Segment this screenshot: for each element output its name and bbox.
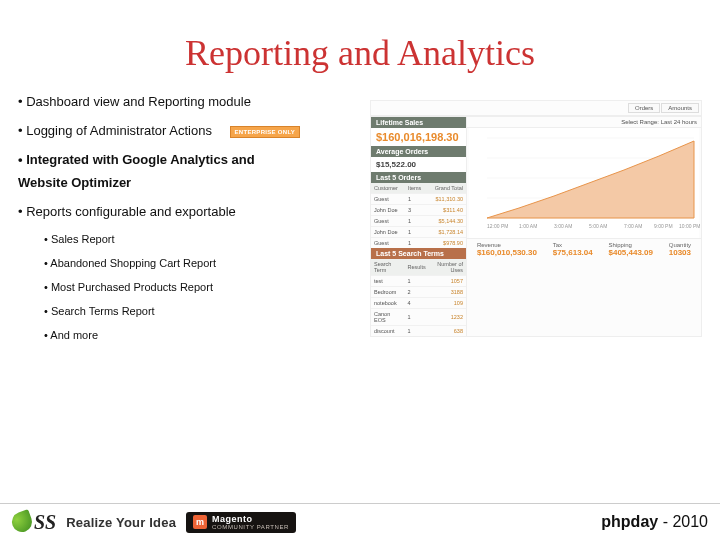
- table-row: Guest1$5,144.30: [371, 216, 466, 227]
- svg-text:3:00 AM: 3:00 AM: [554, 223, 572, 229]
- magento-icon: m: [193, 515, 207, 529]
- slide-footer: SS Realize Your Idea m Magento COMMUNITY…: [0, 503, 720, 540]
- table-row: Guest1$11,310.30: [371, 194, 466, 205]
- sub-text: Abandoned Shopping Cart Report: [50, 257, 216, 269]
- dashboard-body: Lifetime Sales $160,016,198.30 Average O…: [371, 116, 701, 336]
- col-results: Results: [404, 259, 428, 276]
- table-row: John Doe3$311.40: [371, 205, 466, 216]
- slide-title: Reporting and Analytics: [0, 32, 720, 74]
- range-value: Last 24 hours: [661, 119, 697, 125]
- sub-text: Most Purchased Products Report: [51, 281, 213, 293]
- tagline: Realize Your Idea: [66, 515, 176, 530]
- range-label: Select Range:: [621, 119, 659, 125]
- svg-text:5:00 AM: 5:00 AM: [589, 223, 607, 229]
- oss-text: SS: [34, 511, 56, 534]
- search-table: Search TermResultsNumber of Uses test110…: [371, 259, 466, 336]
- sub-text: Search Terms Report: [51, 305, 155, 317]
- bullet-text: Integrated with Google Analytics and: [26, 152, 255, 167]
- magento-label: Magento: [212, 515, 289, 524]
- sub-bullet: • And more: [44, 329, 364, 341]
- sub-text: Sales Report: [51, 233, 115, 245]
- chart-summary: Revenue$160,010,530.30 Tax$75,613.04 Shi…: [467, 238, 701, 260]
- sub-bullet: • Abandoned Shopping Cart Report: [44, 257, 364, 269]
- col-total: Grand Total: [427, 183, 466, 194]
- svg-text:10:00 PM: 10:00 PM: [679, 223, 700, 229]
- table-row: Canon EOS11232: [371, 309, 466, 326]
- col-uses: Number of Uses: [429, 259, 466, 276]
- dashboard-panel: Orders Amounts Lifetime Sales $160,016,1…: [370, 100, 702, 337]
- bullet-item: • Reports configurable and exportable: [18, 204, 364, 219]
- summary-shipping: Shipping$405,443.09: [608, 242, 653, 257]
- sub-text: And more: [50, 329, 98, 341]
- table-row: Guest1$978.90: [371, 238, 466, 249]
- svg-text:9:00 PM: 9:00 PM: [654, 223, 673, 229]
- sub-bullet: • Sales Report: [44, 233, 364, 245]
- bullet-item: • Dashboard view and Reporting module: [18, 94, 364, 109]
- bullet-text: Logging of Administrator Actions: [26, 123, 212, 138]
- magento-sub: COMMUNITY PARTNER: [212, 524, 289, 530]
- tab-orders[interactable]: Orders: [628, 103, 660, 113]
- bullet-list: • Dashboard view and Reporting module • …: [18, 94, 364, 353]
- sub-bullet: • Search Terms Report: [44, 305, 364, 317]
- summary-tax: Tax$75,613.04: [553, 242, 593, 257]
- avg-value: $15,522.00: [371, 157, 466, 172]
- magento-badge: m Magento COMMUNITY PARTNER: [186, 512, 296, 533]
- last5-header: Last 5 Orders: [371, 172, 466, 183]
- table-row: test11057: [371, 276, 466, 287]
- sub-bullet: • Most Purchased Products Report: [44, 281, 364, 293]
- table-row: discount1638: [371, 326, 466, 337]
- content-area: • Dashboard view and Reporting module • …: [0, 94, 720, 353]
- leaf-icon: [9, 509, 35, 535]
- dashboard-chart-area: Select Range: Last 24 hours: [467, 117, 701, 336]
- bullet-text: Reports configurable and exportable: [26, 204, 236, 219]
- dashboard-screenshot: Orders Amounts Lifetime Sales $160,016,1…: [364, 94, 702, 353]
- sales-area-chart: 12:00 PM 1:00 AM 3:00 AM 5:00 AM 7:00 AM…: [467, 128, 701, 238]
- svg-text:7:00 AM: 7:00 AM: [624, 223, 642, 229]
- dashboard-tabs: Orders Amounts: [371, 101, 701, 116]
- range-selector[interactable]: Select Range: Last 24 hours: [467, 117, 701, 128]
- bullet-item: Website Optimizer: [18, 175, 364, 190]
- svg-text:12:00 PM: 12:00 PM: [487, 223, 508, 229]
- oss-logo: SS: [12, 511, 56, 534]
- tab-amounts[interactable]: Amounts: [661, 103, 699, 113]
- enterprise-badge: ENTERPRISE ONLY: [230, 126, 301, 138]
- lifetime-value: $160,016,198.30: [371, 128, 466, 146]
- col-customer: Customer: [371, 183, 405, 194]
- table-row: Bedroom23188: [371, 287, 466, 298]
- table-row: John Doe1$1,728.14: [371, 227, 466, 238]
- svg-text:1:00 AM: 1:00 AM: [519, 223, 537, 229]
- summary-revenue: Revenue$160,010,530.30: [477, 242, 537, 257]
- last5-table: CustomerItemsGrand Total Guest1$11,310.3…: [371, 183, 466, 248]
- search-header: Last 5 Search Terms: [371, 248, 466, 259]
- col-term: Search Term: [371, 259, 404, 276]
- summary-quantity: Quantity10303: [669, 242, 691, 257]
- footer-left: SS Realize Your Idea m Magento COMMUNITY…: [12, 511, 296, 534]
- dashboard-sidebar: Lifetime Sales $160,016,198.30 Average O…: [371, 117, 467, 336]
- event-year: 2010: [672, 513, 708, 530]
- avg-header: Average Orders: [371, 146, 466, 157]
- bullet-text: Dashboard view and Reporting module: [26, 94, 251, 109]
- bullet-item: • Integrated with Google Analytics and: [18, 152, 364, 167]
- lifetime-header: Lifetime Sales: [371, 117, 466, 128]
- bullet-text: Website Optimizer: [18, 175, 131, 190]
- event-name: phpday: [601, 513, 658, 530]
- col-items: Items: [405, 183, 427, 194]
- footer-right: phpday - 2010: [601, 513, 708, 531]
- bullet-item: • Logging of Administrator Actions ENTER…: [18, 123, 364, 138]
- table-row: notebook4109: [371, 298, 466, 309]
